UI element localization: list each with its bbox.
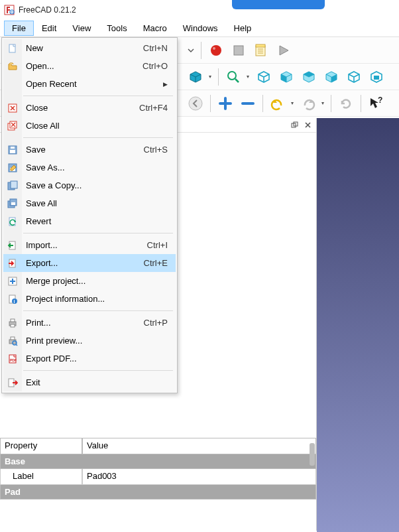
menu-item-label: Save As... — [26, 163, 170, 172]
svg-rect-41 — [11, 337, 15, 340]
pdf-icon: PDF — [7, 353, 19, 365]
print-icon — [7, 317, 19, 329]
zoom-button[interactable] — [223, 67, 243, 87]
zoom-in-button[interactable] — [215, 94, 235, 113]
whats-this-button[interactable]: ? — [366, 94, 386, 113]
menu-item-save[interactable]: SaveCtrl+S — [3, 141, 176, 159]
menu-item-save-all[interactable]: Save All — [3, 194, 176, 212]
menu-item-revert[interactable]: Revert — [3, 212, 176, 230]
menu-help[interactable]: Help — [226, 21, 260, 36]
svg-text:?: ? — [378, 96, 382, 105]
undo-button[interactable] — [268, 94, 288, 113]
svg-rect-21 — [10, 150, 15, 153]
svg-point-4 — [213, 47, 215, 50]
front-view-button[interactable] — [276, 67, 296, 87]
svg-rect-38 — [11, 319, 15, 322]
menu-edit[interactable]: Edit — [34, 21, 64, 36]
dock-float-icon[interactable] — [290, 121, 299, 130]
right-view-button[interactable] — [321, 67, 341, 87]
menu-item-shortcut: Ctrl+E — [144, 258, 170, 268]
menu-item-open-recent[interactable]: Open Recent▶ — [3, 75, 176, 93]
chevron-down-icon[interactable]: ▾ — [207, 74, 213, 80]
info-icon: i — [7, 293, 19, 305]
menu-item-new[interactable]: NewCtrl+N — [3, 39, 176, 57]
menu-item-shortcut: Ctrl+S — [144, 145, 170, 155]
menu-item-import[interactable]: Import...Ctrl+I — [3, 236, 176, 254]
exit-icon — [7, 377, 19, 389]
menu-item-exit[interactable]: Exit — [3, 373, 176, 391]
menu-file[interactable]: File — [4, 21, 34, 36]
menu-item-merge-project[interactable]: Merge project... — [3, 272, 176, 290]
macro-record-button[interactable] — [206, 40, 226, 60]
menu-item-save-a-copy[interactable]: Save a Copy... — [3, 176, 176, 194]
property-name-cell[interactable]: Label — [0, 469, 82, 485]
menu-item-label: Close — [26, 103, 139, 113]
menu-item-shortcut: Ctrl+P — [144, 318, 170, 328]
workbench-dropdown[interactable] — [186, 40, 196, 60]
dock-close-icon[interactable] — [303, 121, 312, 130]
menu-item-close[interactable]: CloseCtrl+F4 — [3, 99, 176, 117]
menu-item-shortcut: Ctrl+F4 — [139, 103, 170, 113]
window-accent-tab — [232, 0, 325, 9]
chevron-down-icon[interactable]: ▾ — [245, 74, 251, 80]
menu-item-print-preview[interactable]: Print preview... — [3, 332, 176, 350]
toolbar-separator — [201, 42, 201, 59]
menu-item-print[interactable]: Print...Ctrl+P — [3, 314, 176, 332]
menu-item-label: Print... — [26, 318, 144, 328]
save-icon — [7, 144, 19, 156]
chevron-down-icon[interactable]: ▾ — [289, 100, 296, 106]
toolbar-separator — [262, 95, 263, 112]
svg-rect-13 — [374, 76, 379, 80]
view-modes-button[interactable] — [186, 67, 205, 87]
iso-view-button[interactable] — [254, 67, 274, 87]
property-header-value[interactable]: Value — [82, 438, 316, 454]
svg-point-2 — [11, 11, 13, 13]
menu-view[interactable]: View — [64, 21, 99, 36]
back-view-button[interactable] — [344, 67, 364, 87]
menu-macro[interactable]: Macro — [135, 21, 175, 36]
menu-item-shortcut: Ctrl+N — [143, 43, 170, 53]
property-group-base[interactable]: Base — [0, 454, 316, 469]
menubar: File Edit View Tools Macro Windows Help — [0, 20, 399, 37]
zoom-out-button[interactable] — [238, 94, 258, 113]
svg-point-14 — [189, 97, 202, 110]
menu-item-project-information[interactable]: iProject information... — [3, 290, 176, 308]
menu-item-export-pdf[interactable]: PDFExport PDF... — [3, 350, 176, 367]
bottom-view-button[interactable] — [367, 67, 386, 87]
menu-item-label: Export... — [26, 258, 144, 268]
svg-rect-29 — [11, 202, 15, 205]
svg-rect-16 — [9, 44, 15, 52]
macro-edit-button[interactable] — [251, 40, 271, 60]
menu-item-export[interactable]: Export...Ctrl+E — [3, 254, 176, 272]
nav-back-button[interactable] — [186, 94, 205, 113]
menu-item-label: Open... — [26, 61, 142, 71]
toolbar-separator — [210, 95, 211, 112]
menu-item-close-all[interactable]: Close All — [3, 117, 176, 135]
menu-windows[interactable]: Windows — [175, 21, 226, 36]
menu-item-save-as[interactable]: Save As... — [3, 159, 176, 176]
svg-rect-26 — [11, 181, 17, 188]
menu-item-open[interactable]: Open...Ctrl+O — [3, 57, 176, 75]
macro-run-button[interactable] — [274, 40, 294, 60]
menu-item-label: Close All — [26, 121, 170, 131]
svg-text:PDF: PDF — [10, 358, 17, 362]
chevron-down-icon[interactable]: ▾ — [319, 100, 326, 106]
3d-viewport[interactable] — [317, 118, 399, 532]
property-header-property[interactable]: Property — [0, 438, 82, 454]
svg-rect-5 — [234, 46, 243, 55]
menu-tools[interactable]: Tools — [99, 21, 135, 36]
close-red-icon — [7, 102, 19, 114]
export-icon — [7, 257, 19, 269]
app-title: FreeCAD 0.21.2 — [19, 5, 76, 15]
macro-stop-button[interactable] — [229, 40, 249, 60]
menu-item-label: Merge project... — [26, 276, 170, 286]
refresh-button[interactable] — [336, 94, 356, 113]
scrollbar-thumb[interactable] — [310, 443, 315, 466]
top-view-button[interactable] — [299, 67, 319, 87]
property-group-pad[interactable]: Pad — [0, 485, 316, 499]
property-value-cell[interactable]: Pad003 — [82, 469, 316, 485]
menu-item-label: New — [26, 43, 143, 53]
menu-item-label: Export PDF... — [26, 354, 170, 364]
menu-item-shortcut: Ctrl+I — [147, 240, 170, 250]
redo-button[interactable] — [298, 94, 318, 113]
